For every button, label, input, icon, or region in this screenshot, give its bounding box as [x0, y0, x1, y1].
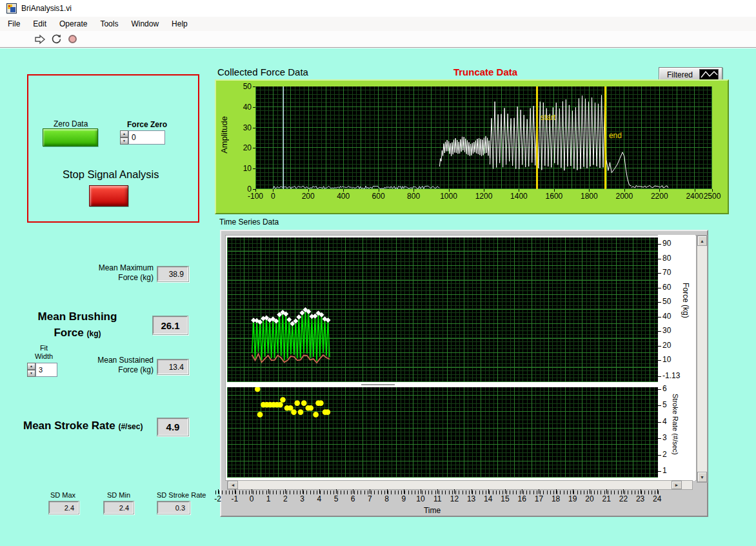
run-button[interactable]: [34, 33, 46, 46]
time-xtick: 16: [513, 494, 530, 503]
sd-max-indicator: 2.4: [48, 501, 79, 514]
force-ytick-mark: [658, 244, 661, 245]
menu-tools[interactable]: Tools: [94, 17, 124, 30]
time-xtick: 8: [379, 494, 395, 503]
abort-button[interactable]: [66, 33, 79, 46]
fc-xtick-mark: [413, 189, 414, 192]
stroke-ytick: 2: [662, 450, 682, 459]
time-xtick-mark: [641, 489, 641, 494]
time-xtick: 17: [530, 494, 547, 503]
stroke-ytick-mark: [658, 455, 661, 456]
force-ytick-mark: [658, 331, 661, 332]
menu-operate[interactable]: Operate: [53, 17, 94, 30]
fit-width-label: Fit Width: [31, 344, 57, 361]
force-ytick: 20: [662, 341, 684, 350]
mean-brushing-label: Mean Brushing Force (kg): [16, 308, 139, 342]
fc-xtick-mark: [255, 189, 256, 192]
force-ytick: 40: [662, 312, 684, 321]
cursor-start[interactable]: [536, 86, 538, 189]
force-ytick: 60: [662, 283, 684, 292]
stroke-rate-subplot-area[interactable]: [227, 387, 658, 478]
waveform-icon: [699, 69, 719, 80]
time-xtick: -1: [226, 494, 243, 503]
fit-width-decrement-button[interactable]: ▼: [27, 370, 35, 377]
fc-ytick-mark: [253, 107, 255, 108]
subplot-divider-handle[interactable]: [361, 384, 395, 385]
menu-file[interactable]: File: [1, 17, 26, 30]
vertical-scrollbar[interactable]: ▲ ▼: [697, 235, 708, 483]
labview-app-icon: [6, 3, 17, 14]
fc-xtick: 1200: [470, 192, 498, 201]
force-ytick-mark: [658, 273, 661, 274]
truncate-data-label: Truncate Data: [445, 66, 526, 77]
force-subplot-area[interactable]: [227, 238, 658, 382]
stroke-rate-scatter: [227, 387, 658, 478]
time-xtick: 9: [395, 494, 412, 503]
scroll-up-button[interactable]: ▲: [697, 236, 707, 246]
mean-sustained-indicator: 13.4: [157, 359, 189, 375]
time-xtick-mark: [285, 489, 286, 494]
scroll-left-button[interactable]: ◄: [228, 481, 238, 489]
cursor-end[interactable]: [604, 86, 606, 189]
fc-xtick: 2200: [645, 192, 673, 201]
run-continuous-button[interactable]: [50, 33, 63, 46]
time-xtick-mark: [404, 489, 404, 494]
force-zero-spinner: ▲ ▼: [120, 130, 128, 145]
time-xtick-mark: [268, 489, 269, 494]
force-zero-decrement-button[interactable]: ▼: [120, 137, 128, 145]
zero-data-button[interactable]: [43, 128, 98, 147]
stroke-ytick-mark: [658, 405, 661, 406]
scroll-down-button[interactable]: ▼: [697, 472, 707, 482]
mean-stroke-rate-indicator: 4.9: [157, 418, 189, 436]
time-xtick: 15: [497, 494, 513, 503]
time-xtick: 7: [361, 494, 378, 503]
force-ytick-mark: [658, 302, 661, 303]
force-ytick-mark: [658, 317, 661, 318]
time-xtick-mark: [252, 489, 252, 494]
mean-stroke-rate-label: Mean Stroke Rate (#/sec): [23, 420, 143, 432]
menu-help[interactable]: Help: [165, 17, 194, 30]
fc-xtick: 600: [364, 192, 393, 201]
force-ytick-mark: [658, 376, 661, 377]
sd-max-label: SD Max: [50, 491, 75, 499]
time-xtick: 22: [615, 494, 632, 503]
menu-edit[interactable]: Edit: [26, 17, 53, 30]
stroke-ytick-mark: [658, 438, 661, 439]
scroll-up-icon: ▲: [700, 239, 704, 243]
time-xtick: 21: [598, 494, 615, 503]
force-zero-field[interactable]: [128, 130, 165, 145]
time-xtick: -2: [210, 494, 226, 503]
force-ytick: 30: [662, 326, 684, 335]
time-xtick-mark: [370, 489, 370, 494]
fc-xtick: 1600: [540, 192, 568, 201]
sd-min-indicator: 2.4: [103, 501, 134, 514]
time-xtick: 18: [548, 494, 564, 503]
force-zero-increment-button[interactable]: ▲: [120, 130, 128, 137]
time-xtick: 23: [632, 494, 649, 503]
stop-signal-button[interactable]: [89, 185, 128, 207]
force-ytick-mark: [658, 259, 661, 259]
stroke-ytick-mark: [658, 471, 661, 472]
mean-max-indicator: 38.9: [157, 266, 189, 282]
menu-window[interactable]: Window: [124, 17, 165, 30]
spin-down-icon: ▼: [123, 139, 126, 143]
fc-ytick-mark: [253, 168, 255, 169]
mean-sustained-label: Mean Sustained Force (kg): [83, 356, 154, 375]
time-xtick-mark: [472, 489, 472, 494]
subplot-divider: [227, 382, 658, 387]
fit-width-increment-button[interactable]: ▲: [27, 363, 35, 370]
collected-chart-title: Collected Force Data: [217, 66, 308, 77]
time-xtick: 24: [649, 494, 666, 503]
scroll-right-button[interactable]: ►: [671, 481, 682, 489]
fit-width-field[interactable]: [35, 363, 57, 377]
time-xtick-mark: [303, 489, 303, 494]
fc-xtick-mark: [343, 189, 344, 192]
filtered-dropdown-label: Filtered: [667, 70, 693, 79]
stroke-ytick: 3: [662, 433, 682, 442]
time-xtick: 3: [294, 494, 311, 503]
horizontal-scrollbar[interactable]: ◄ ►: [227, 480, 693, 490]
fc-xtick: 200: [294, 192, 323, 201]
collected-force-plot-area[interactable]: [255, 86, 712, 189]
fc-ytick: 20: [226, 143, 252, 152]
menubar: File Edit Operate Tools Window Help: [0, 17, 756, 31]
